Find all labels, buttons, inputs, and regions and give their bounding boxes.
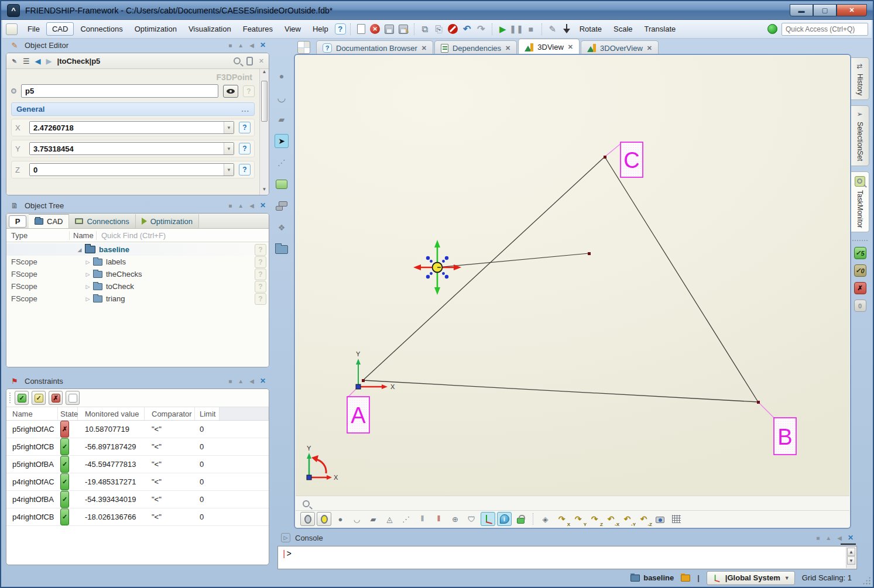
col-limit[interactable]: Limit	[195, 407, 220, 420]
menu-visualization[interactable]: Visualization	[183, 23, 237, 35]
grid-toggle[interactable]	[669, 512, 684, 526]
shield-icon[interactable]: 🛡	[464, 512, 479, 526]
tasks-warn-badge[interactable]: ✓0	[854, 264, 866, 277]
filter-warn-button[interactable]: ✓	[32, 391, 46, 405]
tree-row-thechecks[interactable]: FScope ▷ theChecks ?	[6, 268, 269, 280]
polyline-display-icon[interactable]: ⋰	[399, 512, 413, 526]
panel-float-button[interactable]: ■	[228, 378, 232, 384]
pause-button[interactable]: ❚❚	[510, 23, 523, 36]
constraint-row[interactable]: p4rightOfBA ✓ -54.393434019 "<" 0	[6, 491, 269, 508]
abort-button[interactable]	[447, 23, 460, 36]
coordinate-system-dropdown[interactable]: |Global System ▼	[707, 571, 795, 585]
tab-connections[interactable]: Connections	[69, 214, 135, 228]
vertex-labels[interactable]: A B C	[347, 142, 796, 455]
nav-forward-button[interactable]: ▶	[46, 57, 52, 66]
point-tool-icon[interactable]: ●	[275, 69, 289, 83]
z-input[interactable]	[30, 164, 224, 176]
select-tool-icon[interactable]: ➤	[275, 134, 289, 148]
filter-pass-button[interactable]: ✓	[15, 391, 29, 405]
panel-up-button[interactable]: ▲	[238, 202, 244, 209]
tab-selection-set[interactable]: ➢ SelectionSet	[851, 105, 869, 166]
current-scope[interactable]: baseline	[630, 573, 674, 582]
tree-row-baseline[interactable]: ◢ baseline ?	[6, 243, 269, 256]
row-help-button[interactable]: ?	[255, 256, 266, 268]
panel-left-button[interactable]: ◀	[249, 202, 254, 209]
minimize-button[interactable]: ▬	[790, 4, 813, 16]
scope-tool-icon[interactable]	[275, 242, 289, 256]
redo-button[interactable]: ↷	[475, 23, 488, 36]
surface-display-icon[interactable]: ▰	[366, 512, 381, 526]
tab-task-monitor[interactable]: TaskMonitor	[851, 171, 869, 233]
sphere-wireframe-icon[interactable]: ⊕	[448, 512, 462, 526]
facet-display-icon[interactable]: ◬	[382, 512, 397, 526]
close-button[interactable]: ✕	[837, 4, 867, 16]
y-dropdown-icon[interactable]: ▼	[224, 143, 234, 154]
iso-view-button[interactable]: ◈	[538, 512, 553, 526]
panel-float-button[interactable]: ■	[228, 42, 232, 49]
column-name[interactable]: Name	[70, 231, 97, 240]
tab-close-icon[interactable]: ✕	[647, 44, 652, 52]
tab-3doverview[interactable]: 3DOverView ✕	[581, 40, 659, 55]
constraint-row[interactable]: p4rightOfCB ✓ -18.026136766 "<" 0	[6, 508, 269, 526]
curve-display-icon[interactable]: ◡	[349, 512, 364, 526]
tab-3dview[interactable]: 3DView ✕	[518, 39, 580, 55]
isocurves-off-icon[interactable]: ⫴	[431, 512, 446, 526]
panel-left-button[interactable]: ◀	[837, 535, 842, 541]
panel-float-button[interactable]: ■	[228, 202, 232, 209]
panel-up-button[interactable]: ▲	[825, 535, 831, 541]
curve-tool-icon[interactable]: ◡	[275, 91, 289, 105]
save-as-button[interactable]: ✎	[397, 23, 410, 36]
menu-cad[interactable]: CAD	[46, 22, 74, 36]
rotate-neg-x-button[interactable]: ↶-X	[604, 512, 618, 526]
panel-close-button[interactable]: ✕	[260, 377, 266, 385]
collapse-icon[interactable]: ◢	[76, 247, 84, 253]
show-active-points-toggle[interactable]	[317, 512, 331, 526]
save-button[interactable]	[383, 23, 396, 36]
constraint-row[interactable]: p5rightOfAC ✗ 10.58707719 "<" 0	[6, 421, 269, 438]
rotate-z-button[interactable]: ↷Z	[587, 512, 602, 526]
console-input[interactable]: |> ▲▼	[277, 546, 857, 569]
row-help-button[interactable]: ?	[255, 293, 266, 305]
panel-up-button[interactable]: ▲	[238, 378, 244, 384]
scale-mode-button[interactable]: Scale	[608, 23, 638, 35]
panel-left-button[interactable]: ◀	[249, 378, 254, 384]
tasks-pass-badge[interactable]: ✓5	[854, 247, 866, 259]
y-help-button[interactable]: ?	[239, 143, 251, 154]
maximize-button[interactable]: ▢	[813, 4, 837, 16]
copy-button[interactable]: ⧉	[419, 23, 431, 36]
col-state[interactable]: State	[58, 407, 78, 420]
column-type[interactable]: Type	[6, 231, 70, 240]
point-manipulator[interactable]	[413, 240, 461, 295]
stop-button[interactable]: ■	[525, 23, 537, 36]
tree-row-labels[interactable]: FScope ▷ labels ?	[6, 256, 269, 268]
rotate-neg-y-button[interactable]: ↶-Y	[620, 512, 635, 526]
menu-connections[interactable]: Connections	[75, 23, 128, 35]
tab-close-icon[interactable]: ✕	[568, 43, 573, 51]
snapshot-button[interactable]	[653, 512, 667, 526]
row-help-button[interactable]: ?	[255, 281, 266, 293]
undo-button[interactable]: ↶	[461, 23, 474, 36]
panel-close-button[interactable]: ✕	[848, 534, 854, 542]
menu-help[interactable]: Help	[307, 23, 334, 35]
viewport-search-icon[interactable]	[303, 500, 310, 507]
feature-tool-icon[interactable]	[275, 199, 289, 213]
triangle-edges[interactable]	[363, 157, 758, 402]
col-monitored-value[interactable]: Monitored value	[78, 407, 145, 420]
panel-up-button[interactable]: ▲	[238, 42, 244, 49]
section-menu-icon[interactable]: ...	[241, 105, 249, 114]
x-input[interactable]	[30, 122, 224, 133]
info-toggle[interactable]: i	[497, 512, 512, 526]
x-dropdown-icon[interactable]: ▼	[224, 122, 234, 133]
pin-icon[interactable]: ✒	[9, 56, 19, 67]
brep-tool-icon[interactable]: ❖	[275, 221, 289, 235]
show-points-toggle[interactable]	[300, 512, 315, 526]
panel-left-button[interactable]: ◀	[249, 42, 254, 49]
x-help-button[interactable]: ?	[239, 122, 251, 133]
check-segment[interactable]	[437, 253, 589, 267]
general-section-header[interactable]: General ...	[11, 102, 255, 116]
row-help-button[interactable]: ?	[255, 244, 266, 256]
plumb-tool-button[interactable]	[560, 23, 573, 36]
menu-file[interactable]: File	[22, 23, 45, 35]
isocurves-icon[interactable]: ⫴	[415, 512, 430, 526]
tree-row-triang[interactable]: FScope ▷ triang ?	[6, 293, 269, 305]
